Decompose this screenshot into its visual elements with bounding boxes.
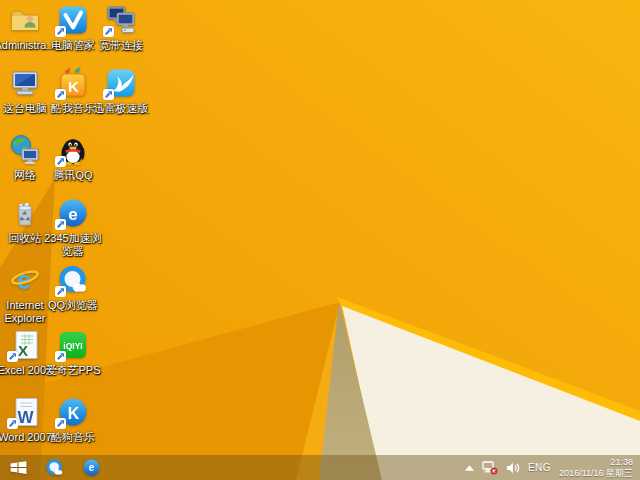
desktop-icon-iqiyi-pps[interactable]: iQIYI 爱奇艺PPS [49,329,97,377]
shortcut-arrow-icon [55,351,66,362]
shortcut-arrow-icon [55,286,66,297]
svg-text:X: X [18,342,28,359]
shortcut-arrow-overlay [7,418,18,429]
pcManager-icon [57,4,89,36]
icon-label: 迅雷极速版 [90,102,152,115]
shortcut-arrow-overlay [55,219,66,230]
thunder-icon [105,67,137,99]
userFolder-icon [9,4,41,36]
clock-time: 21:38 [559,457,633,468]
svg-text:e: e [89,462,95,473]
desktop-icon-2345-accelerated-browser[interactable]: e 2345加速浏览器 [49,197,97,258]
shortcut-arrow-overlay [55,26,66,37]
shortcut-arrow-overlay [55,418,66,429]
language-indicator[interactable]: ENG [528,462,551,473]
taskbar: e ENG [0,455,640,480]
icon-label: 2345加速浏览器 [42,232,104,258]
taskbar-2345-browser[interactable]: e [73,455,110,480]
shortcut-arrow-overlay [55,286,66,297]
svg-text:K: K [68,78,79,95]
shortcut-arrow-icon [55,219,66,230]
clock[interactable]: 21:38 2016/11/16 星期三 [559,457,633,479]
icon-label: 爱奇艺PPS [42,364,104,377]
icon-label: 腾讯QQ [42,169,104,182]
shortcut-arrow-icon [55,89,66,100]
icon-label: QQ浏览器 [42,299,104,312]
e2345-icon: e [57,197,89,229]
shortcut-arrow-icon [55,156,66,167]
start-button[interactable] [0,455,36,480]
shortcut-arrow-overlay [7,351,18,362]
word-icon: W [9,396,41,428]
system-tray: ENG 21:38 2016/11/16 星期三 [465,455,640,480]
shortcut-arrow-overlay [55,351,66,362]
shortcut-arrow-icon [103,26,114,37]
recycle-icon [9,197,41,229]
shortcut-arrow-overlay [103,26,114,37]
desktop-icon-qq-browser[interactable]: QQ浏览器 [49,264,97,312]
network-icon [9,134,41,166]
broadband-icon [105,4,137,36]
chevron-up-icon [465,465,474,471]
icon-label: 宽带连接 [90,39,152,52]
clock-date: 2016/11/16 星期三 [559,468,633,479]
taskbar-pinned-icons: e [36,455,110,480]
qq-icon [57,134,89,166]
windows-logo-icon [10,461,27,474]
volume-icon[interactable] [506,455,520,480]
shortcut-arrow-icon [7,418,18,429]
shortcut-arrow-icon [55,418,66,429]
svg-text:e: e [68,205,77,224]
desktop-icon-broadband-connection[interactable]: 宽带连接 [97,4,145,52]
desktop-icon-tencent-qq[interactable]: 腾讯QQ [49,134,97,182]
thisPc-icon [9,67,41,99]
shortcut-arrow-icon [103,89,114,100]
desktop-icon-internet-explorer[interactable]: e InternetExplorer [1,264,49,325]
shortcut-arrow-icon [55,26,66,37]
icon-label: 酷狗音乐 [42,431,104,444]
ie-icon: e [9,264,41,296]
svg-text:W: W [17,408,34,427]
shortcut-arrow-overlay [55,89,66,100]
excel-icon: X [9,329,41,361]
desktop-screen: Administra... 电脑管家 宽带连接 这台电脑 K 酷我音乐 迅雷极速… [0,0,640,480]
qqBrowser-icon [57,264,89,296]
kugou-icon: K [57,396,89,428]
iqiyi-icon: iQIYI [57,329,89,361]
shortcut-arrow-icon [7,351,18,362]
show-hidden-icons-button[interactable] [465,455,474,480]
shortcut-arrow-overlay [103,89,114,100]
taskbar-qq-browser[interactable] [36,455,73,480]
svg-text:K: K [68,405,80,422]
svg-text:iQIYI: iQIYI [63,341,82,351]
desktop-icon-thunder-speed-edition[interactable]: 迅雷极速版 [97,67,145,115]
desktop-icon-kugou-music[interactable]: K 酷狗音乐 [49,396,97,444]
kuwo-icon: K [57,67,89,99]
shortcut-arrow-overlay [55,156,66,167]
network-status-icon[interactable] [482,455,498,480]
